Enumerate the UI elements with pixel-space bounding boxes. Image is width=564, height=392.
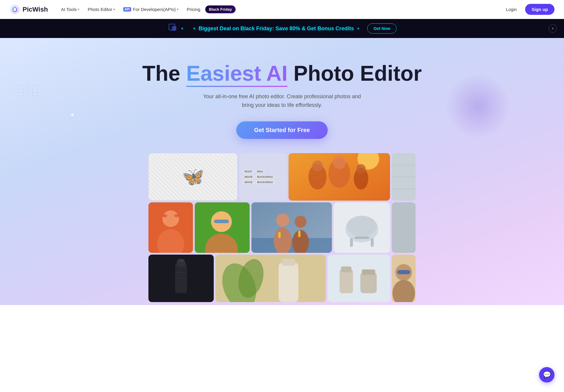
svg-rect-27: [251, 238, 332, 253]
chevron-down-icon: ▾: [177, 8, 178, 11]
partial-1-svg: [392, 153, 416, 201]
nav-links: AI Tools ▾ Photo Editor ▾ API For Develo…: [57, 4, 502, 14]
text-row-3: MOVE BACKGROU: [243, 180, 283, 184]
logo-text: PicWish: [23, 6, 48, 13]
svg-rect-44: [178, 259, 184, 262]
group-photo-svg: [289, 153, 390, 201]
image-row-2: [148, 202, 416, 253]
svg-rect-46: [176, 278, 186, 279]
image-beach-couple: [251, 202, 332, 253]
text-row-1: ROOT ROU: [243, 169, 283, 174]
text-block: ROOT: [243, 169, 254, 174]
banner-close-button[interactable]: ×: [549, 24, 557, 33]
svg-point-28: [276, 214, 289, 227]
image-jewelry: 🦋: [148, 153, 237, 201]
svg-rect-32: [278, 232, 281, 238]
svg-rect-54: [341, 266, 351, 272]
svg-point-20: [162, 214, 167, 217]
sparkle-icon: ✦: [192, 26, 196, 31]
nav-photo-editor[interactable]: Photo Editor ▾: [84, 4, 118, 14]
svg-rect-55: [360, 272, 377, 293]
hero-section: The Easiest AI Photo Editor Your all-in-…: [0, 38, 564, 305]
nav-right: Login Sign up: [502, 4, 555, 15]
chevron-down-icon: ▾: [78, 8, 79, 11]
svg-rect-3: [172, 26, 176, 31]
svg-rect-53: [340, 269, 353, 293]
svg-rect-33: [298, 231, 301, 237]
image-row-3: [148, 255, 416, 302]
svg-rect-51: [282, 258, 295, 266]
text-block: MOVE: [243, 175, 254, 179]
svg-rect-37: [350, 238, 353, 247]
logo[interactable]: PicWish: [9, 4, 48, 15]
dot-grid-decoration: [18, 85, 39, 96]
chevron-down-icon: ▾: [113, 8, 115, 11]
butterfly-icon: 🦋: [182, 166, 204, 187]
nav-developers[interactable]: API For Developers(APIs) ▾: [120, 4, 182, 14]
svg-rect-39: [354, 237, 369, 239]
text-row-2: MOVE BACKGROU: [243, 175, 283, 179]
image-partial-2: [392, 202, 416, 253]
svg-point-30: [295, 216, 307, 228]
svg-rect-50: [279, 263, 298, 302]
image-chair: [334, 202, 390, 253]
white-dot-decoration: [71, 114, 74, 116]
signup-button[interactable]: Sign up: [525, 4, 555, 15]
skincare-svg: [328, 255, 390, 302]
svg-rect-25: [214, 220, 229, 223]
sunglasses-portrait-svg: [392, 255, 416, 302]
image-plant-product: [216, 255, 326, 302]
svg-rect-1: [14, 8, 16, 11]
bottle-svg: [148, 255, 214, 302]
svg-point-4: [181, 28, 183, 29]
nav-black-friday[interactable]: Black Friday: [205, 5, 236, 13]
orange-portrait-svg: [148, 202, 193, 253]
svg-point-21: [174, 214, 179, 217]
api-badge: API: [123, 7, 131, 12]
text-block: ROU: [255, 169, 265, 174]
get-started-button[interactable]: Get Started for Free: [236, 121, 328, 139]
svg-rect-52: [328, 255, 390, 302]
banner-decoration-icon: [167, 23, 185, 34]
banner-text: Biggest Deal on Black Friday: Save 80% &…: [199, 26, 354, 32]
svg-point-12: [356, 164, 366, 174]
partial-2-svg: [392, 202, 416, 253]
svg-point-10: [312, 161, 323, 172]
image-skincare: [328, 255, 390, 302]
chair-svg: [334, 202, 390, 253]
beach-couple-svg: [251, 202, 332, 253]
svg-rect-38: [371, 238, 374, 247]
nature-portrait-svg: [195, 202, 250, 253]
image-nature-portrait: [195, 202, 250, 253]
svg-rect-40: [392, 202, 416, 253]
text-block: MOVE: [243, 180, 254, 184]
svg-point-36: [347, 216, 377, 237]
get-now-button[interactable]: Get Now: [367, 23, 397, 34]
hero-title-highlight: Easiest AI: [186, 61, 288, 85]
sparkle-icon-2: ✦: [356, 26, 360, 31]
banner-content: ✦ Biggest Deal on Black Friday: Save 80%…: [192, 26, 360, 32]
text-block: BACKGROU: [256, 180, 275, 184]
login-button[interactable]: Login: [502, 4, 520, 14]
svg-point-11: [333, 156, 346, 169]
svg-rect-60: [397, 270, 410, 274]
svg-rect-56: [362, 269, 375, 275]
image-partial-1: [392, 153, 416, 201]
navbar: PicWish AI Tools ▾ Photo Editor ▾ API Fo…: [0, 0, 564, 19]
svg-rect-45: [176, 272, 186, 273]
image-orange-portrait: [148, 202, 193, 253]
svg-point-18: [162, 210, 179, 227]
promotion-banner: ✦ Biggest Deal on Black Friday: Save 80%…: [0, 19, 564, 38]
image-black-bottle: [148, 255, 214, 302]
image-grid: 🦋 ROOT ROU MOVE BACKGROU MOVE BACKGROU: [148, 153, 416, 304]
text-block: BACKGROU: [256, 175, 275, 179]
hero-title: The Easiest AI Photo Editor: [142, 62, 422, 85]
logo-icon: [9, 4, 20, 15]
nav-ai-tools[interactable]: AI Tools ▾: [57, 4, 83, 14]
image-row-1: 🦋 ROOT ROU MOVE BACKGROU MOVE BACKGROU: [148, 153, 416, 201]
image-text-editor: ROOT ROU MOVE BACKGROU MOVE BACKGROU: [239, 153, 287, 201]
nav-pricing[interactable]: Pricing: [183, 4, 204, 14]
plant-product-svg: [216, 255, 326, 302]
hero-subtitle: Your all-in-one free AI photo editor. Cr…: [203, 92, 361, 109]
image-group-photo: [289, 153, 390, 201]
